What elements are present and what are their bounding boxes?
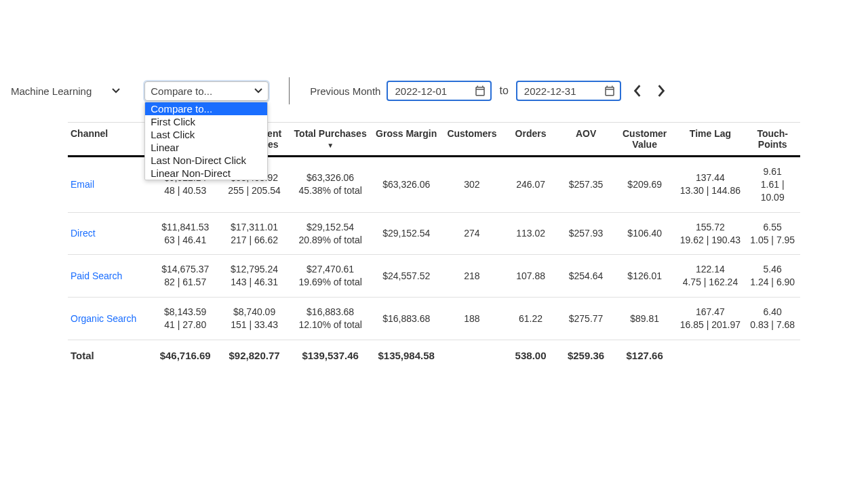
compare-select[interactable]: Compare to... — [144, 81, 269, 101]
totals-touch-points — [745, 340, 800, 371]
date-range-controls: Previous Month 2022-12-01 to 2022-12-31 — [310, 81, 669, 101]
cell-customers: 218 — [441, 255, 503, 298]
compare-dropdown: Compare to... First Click Last Click Lin… — [144, 102, 268, 180]
column-header-channel[interactable]: Channel — [68, 123, 151, 157]
compare-option[interactable]: Linear Non-Direct — [145, 167, 267, 180]
to-label: to — [499, 85, 508, 97]
cell-first-purchases: $8,143.5941 | 27.80 — [151, 298, 220, 340]
cell-customer-value: $209.69 — [614, 157, 676, 213]
table-row: Direct$11,841.5363 | 46.41$17,311.01217 … — [68, 212, 800, 255]
calendar-icon — [604, 85, 616, 97]
column-header-orders[interactable]: Orders — [503, 123, 559, 157]
cell-total-purchases: $16,883.6812.10% of total — [289, 298, 372, 340]
cell-time-lag: 167.4716.85 | 201.97 — [676, 298, 745, 340]
cell-orders: 61.22 — [503, 298, 559, 340]
cell-time-lag: 155.7219.62 | 190.43 — [676, 212, 745, 255]
compare-select-value: Compare to... — [151, 85, 212, 97]
table-row: Organic Search$8,143.5941 | 27.80$8,740.… — [68, 298, 800, 340]
column-header-gross-margin[interactable]: Gross Margin — [372, 123, 441, 157]
compare-option[interactable]: Last Click — [145, 128, 267, 141]
next-period-button[interactable] — [654, 85, 669, 97]
column-header-total-purchases[interactable]: Total Purchases ▼ — [289, 123, 372, 157]
cell-first-purchases: $11,841.5363 | 46.41 — [151, 212, 220, 255]
cell-customers: 302 — [441, 157, 503, 213]
compare-wrap: Compare to... Compare to... First Click … — [144, 81, 269, 101]
cell-total-purchases: $29,152.5420.89% of total — [289, 212, 372, 255]
cell-aov: $257.93 — [558, 212, 614, 255]
totals-first-purchases: $46,716.69 — [151, 340, 220, 371]
totals-orders: 538.00 — [503, 340, 559, 371]
compare-option[interactable]: Last Non-Direct Click — [145, 154, 267, 167]
cell-orders: 113.02 — [503, 212, 559, 255]
cell-customer-value: $126.01 — [614, 255, 676, 298]
channel-link[interactable]: Paid Search — [71, 270, 122, 281]
compare-option[interactable]: Compare to... — [145, 102, 267, 115]
column-header-aov[interactable]: AOV — [558, 123, 614, 157]
chevron-down-icon — [254, 88, 262, 94]
cell-customers: 274 — [441, 212, 503, 255]
sort-indicator-icon: ▼ — [292, 142, 369, 149]
vertical-divider — [289, 77, 290, 104]
cell-gross-margin: $63,326.06 — [372, 157, 441, 213]
compare-option[interactable]: First Click — [145, 115, 267, 128]
cell-total-purchases: $63,326.0645.38% of total — [289, 157, 372, 213]
channel-link[interactable]: Organic Search — [71, 313, 136, 324]
cell-subsequent-purchases: $8,740.09151 | 33.43 — [220, 298, 289, 340]
cell-time-lag: 122.144.75 | 162.24 — [676, 255, 745, 298]
cell-gross-margin: $29,152.54 — [372, 212, 441, 255]
model-select-label: Machine Learning — [11, 85, 92, 97]
cell-aov: $257.35 — [558, 157, 614, 213]
cell-customer-value: $106.40 — [614, 212, 676, 255]
start-date-value: 2022-12-01 — [395, 85, 447, 97]
totals-subsequent-purchases: $92,820.77 — [220, 340, 289, 371]
cell-customers: 188 — [441, 298, 503, 340]
cell-touch-points: 9.611.61 | 10.09 — [745, 157, 800, 213]
cell-gross-margin: $16,883.68 — [372, 298, 441, 340]
channel-link[interactable]: Direct — [71, 228, 96, 239]
cell-gross-margin: $24,557.52 — [372, 255, 441, 298]
table-row: Paid Search$14,675.3782 | 61.57$12,795.2… — [68, 255, 800, 298]
cell-touch-points: 6.400.83 | 7.68 — [745, 298, 800, 340]
totals-gross-margin: $135,984.58 — [372, 340, 441, 371]
totals-customers — [441, 340, 503, 371]
cell-channel: Email — [68, 157, 151, 213]
report-controls: Machine Learning Compare to... Compare t… — [7, 80, 669, 102]
chevron-down-icon — [112, 88, 120, 94]
totals-label: Total — [68, 340, 151, 371]
cell-channel: Paid Search — [68, 255, 151, 298]
totals-customer-value: $127.66 — [614, 340, 676, 371]
column-header-customer-value[interactable]: Customer Value — [614, 123, 676, 157]
cell-total-purchases: $27,470.6119.69% of total — [289, 255, 372, 298]
cell-touch-points: 6.551.05 | 7.95 — [745, 212, 800, 255]
compare-option[interactable]: Linear — [145, 141, 267, 154]
end-date-value: 2022-12-31 — [524, 85, 576, 97]
cell-channel: Direct — [68, 212, 151, 255]
totals-aov: $259.36 — [558, 340, 614, 371]
cell-aov: $275.77 — [558, 298, 614, 340]
column-header-customers[interactable]: Customers — [441, 123, 503, 157]
prev-period-button[interactable] — [630, 85, 645, 97]
cell-customer-value: $89.81 — [614, 298, 676, 340]
cell-subsequent-purchases: $12,795.24143 | 46.31 — [220, 255, 289, 298]
totals-total-purchases: $139,537.46 — [289, 340, 372, 371]
cell-orders: 246.07 — [503, 157, 559, 213]
cell-first-purchases: $14,675.3782 | 61.57 — [151, 255, 220, 298]
cell-touch-points: 5.461.24 | 6.90 — [745, 255, 800, 298]
column-header-time-lag[interactable]: Time Lag — [676, 123, 745, 157]
model-select[interactable]: Machine Learning — [7, 83, 124, 100]
date-range-label: Previous Month — [310, 85, 380, 97]
cell-aov: $254.64 — [558, 255, 614, 298]
cell-orders: 107.88 — [503, 255, 559, 298]
totals-row: Total $46,716.69 $92,820.77 $139,537.46 … — [68, 340, 800, 371]
start-date-input[interactable]: 2022-12-01 — [387, 81, 492, 101]
cell-time-lag: 137.4413.30 | 144.86 — [676, 157, 745, 213]
cell-channel: Organic Search — [68, 298, 151, 340]
totals-time-lag — [676, 340, 745, 371]
column-header-touch-points[interactable]: Touch-Points — [745, 123, 800, 157]
channel-link[interactable]: Email — [71, 179, 94, 190]
calendar-icon — [474, 85, 486, 97]
cell-subsequent-purchases: $17,311.01217 | 66.62 — [220, 212, 289, 255]
end-date-input[interactable]: 2022-12-31 — [516, 81, 621, 101]
